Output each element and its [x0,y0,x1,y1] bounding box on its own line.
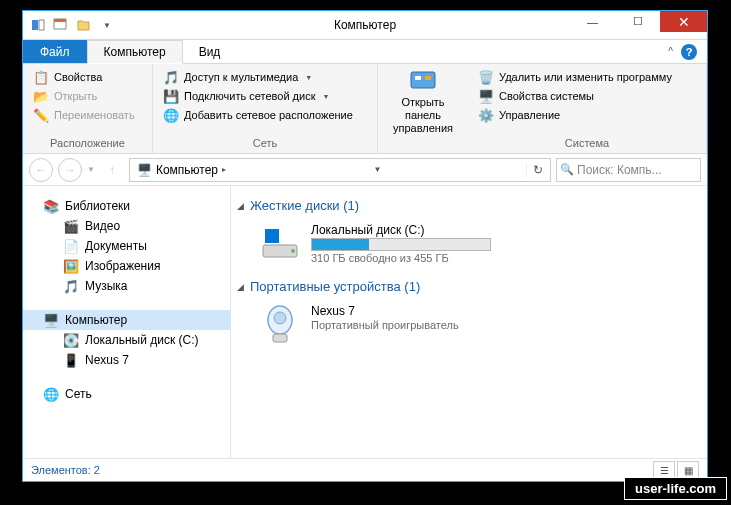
chevron-down-icon: ▼ [322,93,329,100]
chevron-down-icon: ▼ [305,74,312,81]
chevron-right-icon: ▸ [222,165,226,174]
sidebar-item-video[interactable]: 🎬Видео [23,216,230,236]
sidebar-item-nexus[interactable]: 📱Nexus 7 [23,350,230,370]
svg-rect-5 [415,76,421,80]
tab-computer[interactable]: Компьютер [87,40,183,64]
titlebar: ▼ Компьютер — ☐ ✕ [23,11,707,40]
quick-access-toolbar: ▼ [23,14,118,36]
ribbon-group-control-panel: Открыть панель управления [378,64,468,153]
qat-dropdown-icon[interactable]: ▼ [96,14,118,36]
drive-free-space: 310 ГБ свободно из 455 ГБ [311,252,491,264]
svg-rect-10 [265,229,271,235]
ribbon-collapse-icon[interactable]: ^ [668,46,673,57]
device-item[interactable]: Nexus 7 Портативный проигрыватель [237,300,701,356]
up-button[interactable]: ↑ [100,158,124,182]
window-controls: — ☐ ✕ [570,11,707,32]
video-icon: 🎬 [63,218,79,234]
device-type: Портативный проигрыватель [311,319,459,331]
address-dropdown-icon[interactable]: ▼ [368,165,388,174]
add-location-icon: 🌐 [163,107,179,123]
address-segment-computer[interactable]: 🖥️ Компьютер ▸ [134,163,229,177]
map-drive-icon: 💾 [163,88,179,104]
minimize-button[interactable]: — [570,11,615,32]
libraries-icon: 📚 [43,198,59,214]
network-icon: 🌐 [43,386,59,402]
help-icon[interactable]: ? [681,44,697,60]
search-input[interactable]: Поиск: Компь... [556,158,701,182]
sidebar-item-documents[interactable]: 📄Документы [23,236,230,256]
media-icon: 🎵 [163,69,179,85]
sidebar-item-images[interactable]: 🖼️Изображения [23,256,230,276]
manage-button[interactable]: ⚙️Управление [476,106,698,124]
qat-properties-icon[interactable] [27,14,49,36]
status-bar: Элементов: 2 ☰ ▦ [23,458,707,481]
sidebar-item-libraries[interactable]: 📚Библиотеки [23,196,230,216]
system-properties-button[interactable]: 🖥️Свойства системы [476,87,698,105]
properties-icon: 📋 [33,69,49,85]
sidebar-item-computer[interactable]: 🖥️Компьютер [23,310,230,330]
refresh-button[interactable]: ↻ [526,163,550,177]
drive-capacity-bar [311,238,491,251]
window-title: Компьютер [334,18,396,32]
forward-button[interactable]: → [58,158,82,182]
svg-rect-6 [425,76,431,80]
tab-file[interactable]: Файл [23,40,87,63]
control-panel-icon [407,70,439,94]
drive-icon [259,223,301,265]
main-content: ◢ Жесткие диски (1) Локальный диск (C:) … [231,186,707,458]
svg-point-8 [291,249,295,253]
ribbon-tabs: Файл Компьютер Вид ^ ? [23,40,707,64]
system-properties-icon: 🖥️ [478,88,494,104]
drive-item[interactable]: Локальный диск (C:) 310 ГБ свободно из 4… [237,219,701,275]
svg-rect-11 [272,229,278,235]
status-elements-count: Элементов: 2 [31,464,100,476]
open-icon: 📂 [33,88,49,104]
body: 📚Библиотеки 🎬Видео 📄Документы 🖼️Изображе… [23,186,707,458]
qat-newfolder-icon[interactable] [73,14,95,36]
navigation-pane: 📚Библиотеки 🎬Видео 📄Документы 🖼️Изображе… [23,186,231,458]
rename-icon: ✏️ [33,107,49,123]
section-header-portable[interactable]: ◢ Портативные устройства (1) [237,275,701,300]
svg-rect-1 [39,20,44,30]
svg-point-15 [274,312,286,324]
open-button[interactable]: 📂Открыть [31,87,144,105]
ribbon-group-network: 🎵Доступ к мультимедиа▼ 💾Подключить сетев… [153,64,378,153]
collapse-icon: ◢ [237,201,244,211]
portable-device-icon [259,304,301,346]
uninstall-button[interactable]: 🗑️Удалить или изменить программу [476,68,698,86]
properties-button[interactable]: 📋Свойства [31,68,144,86]
computer-icon: 🖥️ [137,163,152,177]
qat-properties2-icon[interactable] [50,14,72,36]
history-dropdown-icon[interactable]: ▼ [87,165,95,174]
svg-rect-13 [272,236,278,242]
device-name: Nexus 7 [311,304,459,318]
add-location-button[interactable]: 🌐Добавить сетевое расположение [161,106,369,124]
watermark: user-life.com [624,477,727,500]
svg-rect-3 [54,19,66,22]
svg-rect-0 [32,20,38,30]
sidebar-item-localdisk[interactable]: 💽Локальный диск (C:) [23,330,230,350]
explorer-window: ▼ Компьютер — ☐ ✕ Файл Компьютер Вид ^ ?… [22,10,708,482]
svg-rect-4 [411,72,435,88]
map-drive-button[interactable]: 💾Подключить сетевой диск▼ [161,87,369,105]
device-icon: 📱 [63,352,79,368]
section-header-hdd[interactable]: ◢ Жесткие диски (1) [237,194,701,219]
documents-icon: 📄 [63,238,79,254]
rename-button[interactable]: ✏️Переименовать [31,106,144,124]
images-icon: 🖼️ [63,258,79,274]
svg-rect-16 [273,334,287,342]
back-button[interactable]: ← [29,158,53,182]
manage-icon: ⚙️ [478,107,494,123]
address-bar[interactable]: 🖥️ Компьютер ▸ ▼ ↻ [129,158,551,182]
ribbon-group-system: 🗑️Удалить или изменить программу 🖥️Свойс… [468,64,707,153]
drive-name: Локальный диск (C:) [311,223,491,237]
disk-icon: 💽 [63,332,79,348]
tab-view[interactable]: Вид [183,40,238,63]
close-button[interactable]: ✕ [660,11,707,32]
media-access-button[interactable]: 🎵Доступ к мультимедиа▼ [161,68,369,86]
ribbon: 📋Свойства 📂Открыть ✏️Переименовать Распо… [23,64,707,154]
sidebar-item-network[interactable]: 🌐Сеть [23,384,230,404]
control-panel-button[interactable]: Открыть панель управления [386,68,460,138]
maximize-button[interactable]: ☐ [615,11,660,32]
sidebar-item-music[interactable]: 🎵Музыка [23,276,230,296]
